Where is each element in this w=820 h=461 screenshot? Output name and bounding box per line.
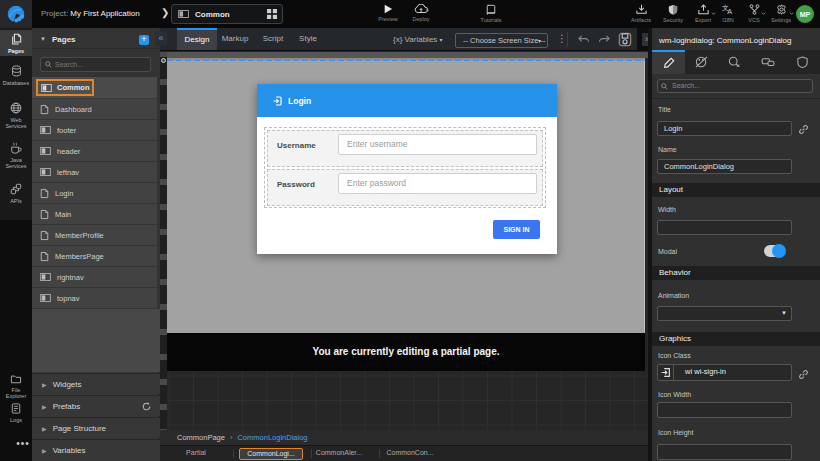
svg-text:A: A bbox=[727, 7, 732, 15]
